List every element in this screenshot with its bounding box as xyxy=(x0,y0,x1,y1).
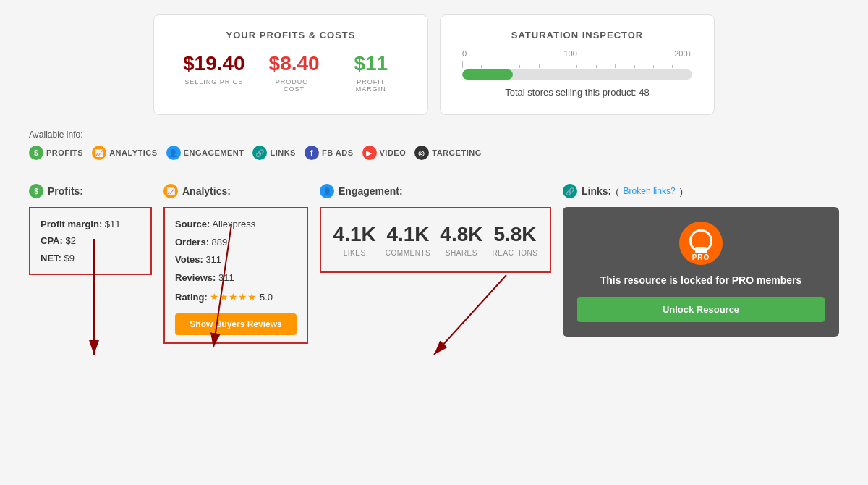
profits-section-header: $ Profits: xyxy=(29,184,152,198)
saturation-bar-fill xyxy=(462,69,513,80)
badge-analytics-label: ANALYTICS xyxy=(109,148,157,157)
saturation-title: SATURATION INSPECTOR xyxy=(462,30,692,41)
badge-analytics[interactable]: 📈 ANALYTICS xyxy=(92,146,157,160)
cpa-row: CPA: $2 xyxy=(41,232,140,249)
badge-targeting[interactable]: ◎ TARGETING xyxy=(414,146,481,160)
saturation-stores: Total stores selling this product: 48 xyxy=(462,87,692,98)
links-badge-icon: 🔗 xyxy=(252,146,267,160)
video-badge-icon: ▶ xyxy=(362,146,377,160)
bottom-row: $ Profits: Profit margin: $11 CPA: $2 NE… xyxy=(14,184,854,344)
net-value: $9 xyxy=(64,253,75,263)
badge-links[interactable]: 🔗 LINKS xyxy=(252,146,296,160)
links-section-icon: 🔗 xyxy=(563,184,577,198)
likes-value: 4.1K xyxy=(333,223,376,246)
tick-1 xyxy=(462,61,463,68)
reactions-label: REACTIONS xyxy=(493,249,538,257)
engagement-box: 4.1K LIKES 4.1K COMMENTS 4.8K SHARES 5.8… xyxy=(320,207,551,273)
analytics-section: 📈 Analytics: Source: Aliexpress Orders: … xyxy=(163,184,308,344)
badge-video[interactable]: ▶ VIDEO xyxy=(362,146,407,160)
profits-section: $ Profits: Profit margin: $11 CPA: $2 NE… xyxy=(29,184,152,344)
scale-mid: 100 xyxy=(563,49,576,58)
available-info-label: Available info: xyxy=(29,130,839,140)
shares-label: SHARES xyxy=(440,249,482,257)
reviews-value: 311 xyxy=(218,272,234,283)
profits-section-icon: $ xyxy=(29,184,43,198)
badge-targeting-label: TARGETING xyxy=(432,148,481,157)
reviews-label: Reviews: xyxy=(175,272,216,283)
orders-label: Orders: xyxy=(175,237,209,248)
badge-engagement[interactable]: 👤 ENGAGEMENT xyxy=(166,146,244,160)
engagement-section-header: 👤 Engagement: xyxy=(320,184,551,198)
badge-fbads[interactable]: f FB ADS xyxy=(305,146,354,160)
links-section: 🔗 Links: ( Broken links? ) PRO This reso… xyxy=(563,184,839,344)
profit-margin-row-label: Profit margin: xyxy=(41,219,102,229)
net-label: NET: xyxy=(41,253,61,263)
pro-badge-label: PRO xyxy=(689,253,714,262)
targeting-badge-icon: ◎ xyxy=(414,146,429,160)
source-row: Source: Aliexpress xyxy=(175,216,297,234)
saturation-scale: 0 100 200+ xyxy=(462,49,692,58)
badge-video-label: VIDEO xyxy=(380,148,407,157)
tick-4 xyxy=(519,65,520,68)
profits-card-title: YOUR PROFITS & COSTS xyxy=(183,30,399,41)
tick-9 xyxy=(615,64,616,68)
analytics-section-icon: 📈 xyxy=(163,184,178,198)
info-badges: $ PROFITS 📈 ANALYTICS 👤 ENGAGEMENT 🔗 LIN… xyxy=(29,146,839,160)
profits-badge-icon: $ xyxy=(29,146,43,160)
badge-links-label: LINKS xyxy=(270,148,296,157)
orders-row: Orders: 889 xyxy=(175,234,297,252)
profit-margin-value: $11 xyxy=(344,52,399,75)
fbads-badge-icon: f xyxy=(305,146,319,160)
product-cost-value: $8.40 xyxy=(267,52,322,75)
likes-label: LIKES xyxy=(333,249,376,257)
tick-11 xyxy=(653,65,654,68)
tick-6 xyxy=(558,65,558,68)
engagement-section-title: Engagement: xyxy=(339,185,403,197)
votes-row: Votes: 311 xyxy=(175,251,297,269)
product-cost-item: $8.40 PRODUCT COST xyxy=(267,52,322,93)
broken-links-link[interactable]: Broken links? xyxy=(624,186,676,196)
reviews-row: Reviews: 311 xyxy=(175,269,297,287)
profit-margin-item: $11 PROFIT MARGIN xyxy=(344,52,399,93)
reactions-value: 5.8K xyxy=(493,223,538,246)
rating-stars: ★★★★★ xyxy=(210,291,257,303)
profits-values: $19.40 SELLING PRICE $8.40 PRODUCT COST … xyxy=(183,52,399,93)
pro-locked-title: This resource is locked for PRO members xyxy=(577,274,825,288)
top-row: YOUR PROFITS & COSTS $19.40 SELLING PRIC… xyxy=(14,14,854,115)
tick-10 xyxy=(634,65,635,68)
votes-label: Votes: xyxy=(175,254,203,265)
profits-box: Profit margin: $11 CPA: $2 NET: $9 xyxy=(29,207,152,275)
selling-price-value: $19.40 xyxy=(183,52,245,75)
profit-margin-label: PROFIT MARGIN xyxy=(344,78,399,93)
engagement-section-icon: 👤 xyxy=(320,184,334,198)
tick-3 xyxy=(501,65,501,68)
net-row: NET: $9 xyxy=(41,250,140,266)
tick-row xyxy=(462,61,692,68)
tick-13 xyxy=(692,61,692,68)
product-cost-label: PRODUCT COST xyxy=(267,78,322,93)
main-container: YOUR PROFITS & COSTS $19.40 SELLING PRIC… xyxy=(0,0,868,358)
source-value: Aliexpress xyxy=(212,219,255,229)
engagement-section: 👤 Engagement: 4.1K LIKES 4.1K COMMENTS 4… xyxy=(320,184,551,344)
source-label: Source: xyxy=(175,219,210,229)
profits-costs-card: YOUR PROFITS & COSTS $19.40 SELLING PRIC… xyxy=(153,14,428,115)
scale-end: 200+ xyxy=(674,49,692,58)
badge-fbads-label: FB ADS xyxy=(322,148,354,157)
analytics-section-title: Analytics: xyxy=(182,185,231,197)
cpa-value: $2 xyxy=(65,235,75,246)
saturation-card: SATURATION INSPECTOR 0 100 200+ xyxy=(440,14,715,115)
selling-price-label: SELLING PRICE xyxy=(183,78,245,85)
available-info-section: Available info: $ PROFITS 📈 ANALYTICS 👤 … xyxy=(14,130,854,160)
badge-profits-label: PROFITS xyxy=(46,148,83,157)
comments-value: 4.1K xyxy=(386,223,430,246)
badge-profits[interactable]: $ PROFITS xyxy=(29,146,83,160)
show-reviews-button[interactable]: Show Buyers Reviews xyxy=(175,313,297,335)
rating-row: Rating: ★★★★★ 5.0 xyxy=(175,287,297,307)
pro-locked-card: PRO This resource is locked for PRO memb… xyxy=(563,207,839,337)
tick-2 xyxy=(481,65,482,68)
profits-section-title: Profits: xyxy=(48,185,83,197)
selling-price-item: $19.40 SELLING PRICE xyxy=(183,52,245,93)
tick-8 xyxy=(596,65,597,68)
links-section-title: Links: xyxy=(582,185,611,197)
unlock-resource-button[interactable]: Unlock Resource xyxy=(577,297,825,322)
